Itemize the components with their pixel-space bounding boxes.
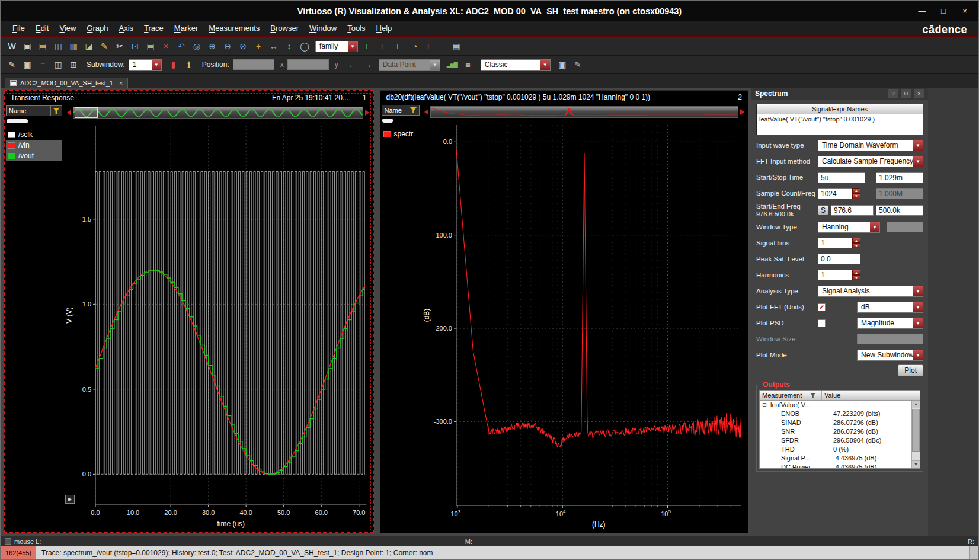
combo-arrow-icon[interactable]: ▼ xyxy=(540,60,550,70)
new-window-icon[interactable]: W xyxy=(5,39,19,53)
plot-mode-select[interactable]: New Subwindow ▼ xyxy=(857,350,923,361)
plot-button[interactable]: Plot xyxy=(898,364,923,376)
combo-arrow-icon[interactable]: ▼ xyxy=(913,140,923,151)
input-wave-type-select[interactable]: Time Domain Waveform ▼ xyxy=(818,140,923,151)
measurement-column-header[interactable]: Measurement xyxy=(760,391,821,400)
panorama-handle[interactable] xyxy=(75,107,98,118)
filter-button[interactable] xyxy=(51,105,62,116)
close-icon[interactable]: × xyxy=(959,6,971,17)
output-row-enob[interactable]: ENOB 47.223209 (bits) xyxy=(760,409,920,418)
histogram-plot-icon[interactable]: ∟ xyxy=(423,39,437,53)
menu-trace[interactable]: Trace xyxy=(139,23,169,34)
plot-fft-checkbox[interactable]: ✓ xyxy=(818,303,826,311)
output-row-sfdr[interactable]: SFDR 296.58904 (dBc) xyxy=(760,436,920,445)
menu-edit[interactable]: Edit xyxy=(30,23,54,34)
combo-arrow-icon[interactable]: ▼ xyxy=(430,60,440,70)
fft-units-select[interactable]: dB ▼ xyxy=(857,302,923,313)
outputs-scrollbar[interactable]: ▲ ▼ xyxy=(911,401,920,468)
cut-icon[interactable]: ✂ xyxy=(113,39,127,53)
menu-tools[interactable]: Tools xyxy=(342,23,370,34)
signal-vout[interactable]: /vout xyxy=(6,151,62,161)
signal-spectrum[interactable]: spectr xyxy=(382,129,420,139)
panel-close-icon[interactable]: × xyxy=(914,89,924,98)
output-row-signal-power[interactable]: Signal P... -4.436975 (dB) xyxy=(760,454,920,463)
combo-arrow-icon[interactable]: ▼ xyxy=(152,60,161,70)
copy-icon[interactable]: ⊡ xyxy=(128,39,142,53)
start-time-input[interactable]: 5u xyxy=(818,172,865,183)
pan-icon[interactable]: + xyxy=(251,39,265,53)
harmonics-input[interactable]: 1 xyxy=(818,270,852,280)
signal-bins-stepper[interactable]: 1 ▲ ▼ xyxy=(818,238,860,248)
signal-bins-input[interactable]: 1 xyxy=(818,238,852,248)
calculator-icon[interactable]: ▦ xyxy=(460,57,475,72)
previous-point-icon[interactable]: ← xyxy=(345,57,360,72)
maximize-icon[interactable]: □ xyxy=(938,6,949,17)
combo-arrow-icon[interactable]: ▼ xyxy=(348,41,357,52)
scroll-left-icon[interactable] xyxy=(424,109,428,115)
zoom-y-icon[interactable]: ↕ xyxy=(282,39,296,53)
legend-scroll-thumb[interactable] xyxy=(7,119,28,123)
menu-graph[interactable]: Graph xyxy=(81,23,113,34)
edit-mode-icon[interactable]: ✎ xyxy=(5,57,19,72)
panels-icon[interactable]: ▣ xyxy=(20,57,34,72)
save-icon[interactable]: ◫ xyxy=(51,39,65,53)
annotate-icon[interactable]: ✎ xyxy=(571,57,585,72)
smith-plot-icon[interactable]: ◔ xyxy=(408,39,422,53)
panorama-track[interactable] xyxy=(430,106,739,118)
scroll-right-icon[interactable] xyxy=(740,109,744,115)
menu-axis[interactable]: Axis xyxy=(113,23,139,34)
position-x-input[interactable] xyxy=(233,59,274,70)
stop-time-input[interactable]: 1.029m xyxy=(876,172,923,183)
subwindow-layout-icon[interactable]: ▣ xyxy=(20,39,34,53)
output-row-leafvalue[interactable]: ⊟leafValue( V... xyxy=(760,401,920,409)
label-icon[interactable]: ℹ xyxy=(182,57,196,72)
combo-arrow-icon[interactable]: ▼ xyxy=(913,318,923,328)
vertical-marker-icon[interactable]: ▮ xyxy=(167,57,181,72)
combo-arrow-icon[interactable]: ▼ xyxy=(870,222,879,232)
fit-view-icon[interactable]: ◎ xyxy=(190,39,204,53)
output-row-snr[interactable]: SNR 286.07296 (dB) xyxy=(760,427,920,436)
menu-browser[interactable]: Browser xyxy=(265,23,304,34)
output-row-sinad[interactable]: SINAD 286.07296 (dB) xyxy=(760,418,920,427)
menu-file[interactable]: File xyxy=(7,23,30,34)
combo-arrow-icon[interactable]: ▼ xyxy=(913,156,923,167)
combo-arrow-icon[interactable]: ▼ xyxy=(913,286,923,296)
save-image-icon[interactable]: ◪ xyxy=(82,39,96,53)
family-select[interactable]: family ▼ xyxy=(315,41,358,52)
sweep-button[interactable]: S xyxy=(818,205,828,215)
transient-plot[interactable]: 0.010.020.030.040.050.060.070.00.00.51.0… xyxy=(63,120,373,532)
menu-window[interactable]: Window xyxy=(304,23,342,34)
play-icon[interactable]: ▶ xyxy=(65,495,75,504)
zoom-out-icon[interactable]: ⊖ xyxy=(220,39,235,53)
minimize-icon[interactable]: — xyxy=(916,6,928,17)
tab-adc2-mod-test[interactable]: ADC2_MOD_00_VA_SH_test_1 × xyxy=(5,78,128,88)
value-column-header[interactable]: Value xyxy=(821,391,920,400)
zoom-x-icon[interactable]: ↔ xyxy=(267,39,281,53)
histogram-icon[interactable]: ▂▅▇ xyxy=(445,57,459,72)
menu-marker[interactable]: Marker xyxy=(169,23,203,34)
grid-layout-icon[interactable]: ⊞ xyxy=(66,57,81,72)
legend-scroll-thumb[interactable] xyxy=(382,119,393,123)
duplicate-window-icon[interactable]: ▣ xyxy=(555,57,570,72)
sample-count-stepper[interactable]: 1024 ▲ ▼ xyxy=(818,188,860,199)
spinner-down-icon[interactable]: ▼ xyxy=(852,243,860,248)
position-y-input[interactable] xyxy=(287,59,329,70)
spinner-up-icon[interactable]: ▲ xyxy=(852,188,860,194)
plot-psd-checkbox[interactable] xyxy=(818,319,826,327)
xy-plot-icon[interactable]: ∟ xyxy=(361,39,376,53)
strip-plot-icon[interactable]: ∟ xyxy=(377,39,391,53)
scroll-up-icon[interactable]: ▲ xyxy=(912,401,920,408)
fft-input-method-select[interactable]: Calculate Sample Frequency ▼ xyxy=(818,156,923,167)
analysis-type-select[interactable]: Signal Analysis ▼ xyxy=(818,286,923,297)
expander-icon[interactable]: ⊟ xyxy=(762,402,769,408)
signal-sclk[interactable]: /sclk xyxy=(6,129,62,140)
spectrum-plot[interactable]: 1031041050.0-100.0-200.0-300.0(Hz)(dB) xyxy=(421,119,748,533)
zoom-previous-icon[interactable]: ⊘ xyxy=(236,39,250,53)
delete-icon[interactable]: × xyxy=(159,39,173,53)
undo-icon[interactable]: ↶ xyxy=(174,39,188,53)
output-row-thd[interactable]: THD 0 (%) xyxy=(760,445,920,454)
end-freq-input[interactable]: 500.0k xyxy=(876,205,923,216)
scroll-left-icon[interactable] xyxy=(67,110,71,116)
spinner-up-icon[interactable]: ▲ xyxy=(852,270,860,275)
paste-icon[interactable]: ▤ xyxy=(143,39,158,53)
